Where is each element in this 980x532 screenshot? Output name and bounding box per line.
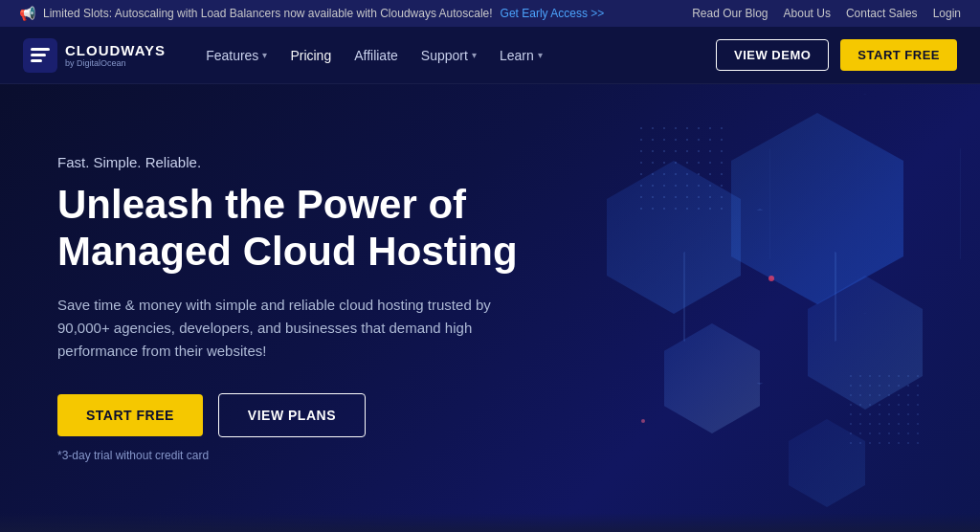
hero-section: Fast. Simple. Reliable. Unleash the Powe… (0, 84, 980, 532)
cloud-line-2 (31, 54, 46, 56)
logo-sub-text: by DigitalOcean (65, 58, 166, 68)
hero-tagline: Fast. Simple. Reliable. (57, 154, 536, 170)
cloud-line-1 (31, 48, 50, 51)
top-bar: 📢 Limited Slots: Autoscaling with Load B… (0, 0, 980, 27)
dot-grid-2 (846, 371, 923, 448)
early-access-link[interactable]: Get Early Access >> (501, 7, 605, 20)
login-link[interactable]: Login (933, 7, 961, 20)
contact-sales-link[interactable]: Contact Sales (846, 7, 918, 20)
chevron-down-icon-learn: ▾ (538, 50, 543, 60)
accent-dot-2 (641, 419, 645, 423)
nav-support-label: Support (421, 48, 468, 63)
nav-pricing-label: Pricing (290, 48, 331, 63)
announcement-text: Limited Slots: Autoscaling with Load Bal… (43, 7, 493, 20)
trial-text: *3-day trial without credit card (57, 449, 536, 462)
nav-item-pricing[interactable]: Pricing (280, 42, 341, 69)
accent-dot-1 (768, 276, 774, 281)
nav-right: VIEW DEMO START FREE (716, 39, 957, 71)
hero-start-free-button[interactable]: START FREE (57, 394, 203, 436)
logo-icon (23, 38, 57, 73)
hero-title: Unleash the Power of Managed Cloud Hosti… (57, 182, 536, 275)
logo-brand-name: CLOUDWAYS (65, 42, 166, 58)
nav-item-features[interactable]: Features ▾ (196, 42, 277, 69)
chevron-down-icon: ▾ (262, 50, 267, 60)
cloud-line-3 (31, 59, 42, 62)
nav-menu: Features ▾ Pricing Affiliate Support ▾ L… (196, 42, 552, 69)
nav-item-support[interactable]: Support ▾ (412, 42, 486, 69)
dot-grid-1 (635, 122, 731, 218)
cloud-logo-lines (31, 48, 50, 62)
view-demo-button[interactable]: VIEW DEMO (716, 39, 829, 71)
nav-left: CLOUDWAYS by DigitalOcean Features ▾ Pri… (23, 38, 552, 73)
nav-features-label: Features (206, 48, 258, 63)
logo-text: CLOUDWAYS by DigitalOcean (65, 42, 166, 68)
about-us-link[interactable]: About Us (784, 7, 831, 20)
read-blog-link[interactable]: Read Our Blog (692, 7, 768, 20)
navbar: CLOUDWAYS by DigitalOcean Features ▾ Pri… (0, 27, 980, 84)
nav-learn-label: Learn (500, 48, 534, 63)
hero-view-plans-button[interactable]: VIEW PLANS (218, 393, 366, 437)
start-free-nav-button[interactable]: START FREE (840, 39, 957, 71)
nav-item-affiliate[interactable]: Affiliate (345, 42, 408, 69)
megaphone-icon: 📢 (19, 6, 35, 21)
hero-buttons: START FREE VIEW PLANS (57, 393, 536, 437)
chevron-down-icon-support: ▾ (472, 50, 477, 60)
nav-item-learn[interactable]: Learn ▾ (490, 42, 552, 69)
top-bar-announcement: 📢 Limited Slots: Autoscaling with Load B… (19, 6, 604, 21)
top-bar-links: Read Our Blog About Us Contact Sales Log… (692, 7, 961, 20)
hero-content: Fast. Simple. Reliable. Unleash the Powe… (0, 116, 593, 500)
nav-affiliate-label: Affiliate (354, 48, 398, 63)
hero-description: Save time & money with simple and reliab… (57, 294, 536, 363)
logo[interactable]: CLOUDWAYS by DigitalOcean (23, 38, 166, 73)
